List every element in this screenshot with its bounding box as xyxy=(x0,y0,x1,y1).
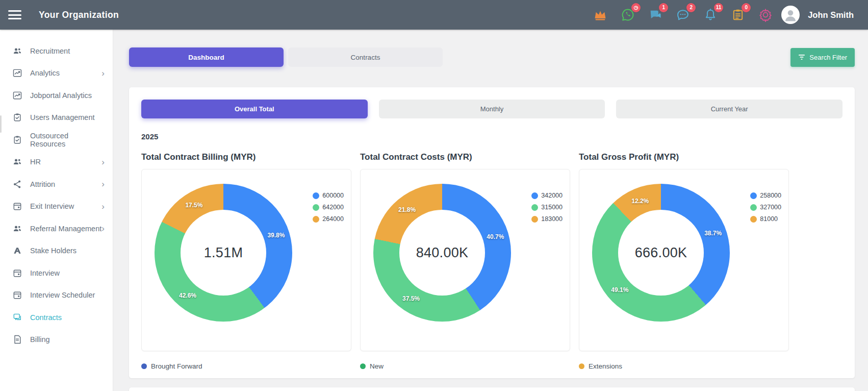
chat-badge: 1 xyxy=(659,3,668,12)
chevron-right-icon: › xyxy=(101,158,105,166)
chart-legend-item[interactable]: 264000 xyxy=(313,215,344,223)
chart-legend-item[interactable]: 642000 xyxy=(313,204,344,211)
dashboard-card: Overall TotalMonthlyCurrent Year 2025 To… xyxy=(129,87,855,378)
tab-monthly[interactable]: Monthly xyxy=(379,100,605,118)
message-dots-icon[interactable]: 2 xyxy=(675,7,691,22)
chart-legend: 342000315000183000 xyxy=(531,192,563,223)
tab-overall-total[interactable]: Overall Total xyxy=(141,100,368,118)
series-legend-dot xyxy=(360,363,366,369)
bell-badge: 11 xyxy=(714,3,723,12)
chart-icon xyxy=(11,90,23,101)
legend-dot xyxy=(313,216,319,223)
chart-legend-item[interactable]: 258000 xyxy=(750,192,781,199)
whatsapp-badge: ◷ xyxy=(631,3,641,12)
whatsapp-icon[interactable]: ◷ xyxy=(620,7,635,22)
stakeholders-icon xyxy=(11,245,23,256)
sidebar-item-outsourced-resources[interactable]: Outsourced Resources xyxy=(0,129,113,151)
calendar-icon xyxy=(11,289,23,301)
legend-value: 264000 xyxy=(322,215,344,223)
donut-chart[interactable]: 40.7%37.5%21.8%840.00K xyxy=(373,184,511,322)
gear-icon[interactable] xyxy=(758,7,773,22)
donut-hole: 840.00K xyxy=(399,210,485,296)
sidebar-item-analytics[interactable]: Analytics› xyxy=(0,62,113,85)
sidebar-item-hr[interactable]: HR› xyxy=(0,151,113,174)
legend-value: 600000 xyxy=(322,192,344,199)
user-avatar[interactable] xyxy=(781,6,800,24)
chart-legend-item[interactable]: 600000 xyxy=(313,192,344,199)
series-legend-label: Extensions xyxy=(589,362,622,370)
donut-chart[interactable]: 39.8%42.6%17.5%1.51M xyxy=(155,184,292,322)
legend-dot xyxy=(531,216,538,223)
legend-value: 342000 xyxy=(541,192,563,199)
legend-value: 642000 xyxy=(322,204,344,211)
chevron-right-icon: › xyxy=(101,224,105,233)
slice-percent-label: 49.1% xyxy=(611,286,628,294)
sidebar-item-label: Analytics xyxy=(30,69,60,77)
forum-icon xyxy=(11,312,23,323)
chart-legend-item[interactable]: 183000 xyxy=(531,215,563,223)
search-filter-button[interactable]: Search Filter xyxy=(790,48,855,67)
slice-percent-label: 39.8% xyxy=(267,232,285,239)
sidebar-item-referral-management[interactable]: Referral Management› xyxy=(0,217,113,240)
slice-percent-label: 17.5% xyxy=(185,202,202,209)
organization-title: Your Organization xyxy=(39,10,119,20)
series-legend-extensions[interactable]: Extensions xyxy=(579,362,789,370)
charts-row: Total Contract Billing (MYR)39.8%42.6%17… xyxy=(141,149,843,370)
user-name[interactable]: John Smith xyxy=(808,10,854,20)
chart-legend-item[interactable]: 315000 xyxy=(531,204,563,211)
series-legend-brought-forward[interactable]: Brought Forward xyxy=(141,362,351,370)
sidebar-item-billing[interactable]: Billing xyxy=(0,329,113,351)
tab-contracts[interactable]: Contracts xyxy=(288,47,443,67)
sidebar-item-contracts[interactable]: Contracts xyxy=(0,306,113,329)
top-navbar: Your Organization ◷12110 John Smith xyxy=(0,0,868,30)
sidebar-item-attrition[interactable]: Attrition› xyxy=(0,173,113,196)
chart-title: Total Gross Profit (MYR) xyxy=(579,152,789,162)
series-legend-new[interactable]: New xyxy=(360,362,570,370)
sidebar-item-jobportal-analytics[interactable]: Jobportal Analytics xyxy=(0,84,113,107)
donut-chart[interactable]: 38.7%49.1%12.2%666.00K xyxy=(592,184,730,322)
sidebar-scrollbar[interactable] xyxy=(0,115,2,133)
chart-legend: 600000642000264000 xyxy=(313,192,344,223)
legend-value: 81000 xyxy=(760,215,778,223)
series-legend-dot xyxy=(141,363,147,369)
sidebar-item-stake-holders[interactable]: Stake Holders xyxy=(0,240,113,262)
sidebar-item-interview[interactable]: Interview xyxy=(0,262,113,284)
clipboard-icon[interactable]: 0 xyxy=(730,7,746,22)
chart-column-total-gross-profit-myr: Total Gross Profit (MYR)38.7%49.1%12.2%6… xyxy=(579,149,789,370)
share-icon xyxy=(11,179,23,190)
sidebar-item-label: Interview Scheduler xyxy=(30,291,95,299)
hamburger-menu-icon[interactable] xyxy=(8,10,21,19)
sidebar-menu: RecruitmentAnalytics›Jobportal Analytics… xyxy=(0,40,113,351)
sidebar-item-users-management[interactable]: Users Management xyxy=(0,107,113,129)
legend-dot xyxy=(531,204,538,211)
chat-icon[interactable]: 1 xyxy=(648,7,663,22)
sidebar-item-label: Recruitment xyxy=(30,47,70,55)
chart-legend-item[interactable]: 342000 xyxy=(531,192,563,199)
legend-dot xyxy=(313,192,319,199)
people-icon xyxy=(11,223,23,234)
chart-title: Total Contract Billing (MYR) xyxy=(141,152,351,162)
sidebar-item-exit-interview[interactable]: Exit Interview› xyxy=(0,196,113,218)
chart-legend-item[interactable]: 327000 xyxy=(750,204,781,211)
sidebar-item-label: Stake Holders xyxy=(30,247,76,255)
sidebar-item-recruitment[interactable]: Recruitment xyxy=(0,40,113,62)
crown-icon[interactable] xyxy=(593,7,608,22)
tab-dashboard[interactable]: Dashboard xyxy=(129,47,284,67)
chevron-right-icon: › xyxy=(101,69,105,78)
chart-center-value: 840.00K xyxy=(416,245,469,261)
main-content: DashboardContracts Search Filter Overall… xyxy=(113,30,868,391)
series-legend-dot xyxy=(579,363,584,369)
sidebar-item-label: Exit Interview xyxy=(30,202,74,210)
slice-percent-label: 21.8% xyxy=(398,206,416,213)
sidebar-item-interview-scheduler[interactable]: Interview Scheduler xyxy=(0,284,113,307)
bell-icon[interactable]: 11 xyxy=(703,7,718,22)
slice-percent-label: 42.6% xyxy=(179,292,196,299)
chart-legend-item[interactable]: 81000 xyxy=(750,215,781,223)
period-tab-row: Overall TotalMonthlyCurrent Year xyxy=(141,100,843,118)
document-icon xyxy=(11,334,23,345)
legend-value: 183000 xyxy=(541,215,563,223)
legend-dot xyxy=(750,216,757,223)
calendar-icon xyxy=(11,267,23,279)
chart-center-value: 666.00K xyxy=(635,245,687,261)
tab-current-year[interactable]: Current Year xyxy=(616,100,843,118)
